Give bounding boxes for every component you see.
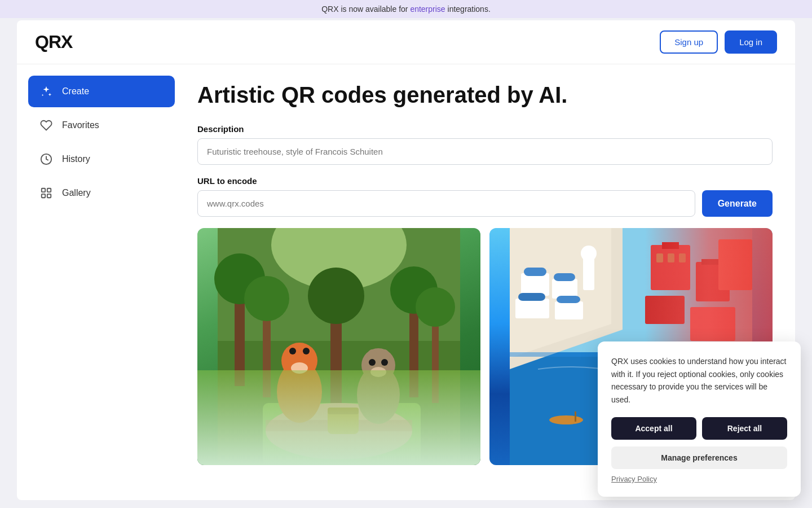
login-button[interactable]: Log in — [725, 30, 777, 54]
privacy-policy-link[interactable]: Privacy Policy — [611, 475, 787, 483]
svg-point-26 — [289, 348, 296, 354]
sidebar: Create Favorites History — [28, 76, 175, 489]
svg-point-29 — [357, 365, 400, 424]
svg-rect-40 — [552, 279, 577, 299]
banner-text-suffix: integrations. — [445, 5, 491, 14]
sidebar-item-history[interactable]: History — [28, 143, 175, 175]
svg-point-17 — [308, 268, 364, 324]
svg-point-22 — [277, 361, 322, 423]
sidebar-item-create[interactable]: Create — [28, 76, 175, 107]
generate-button[interactable]: Generate — [702, 190, 773, 217]
url-label: URL to encode — [197, 176, 773, 186]
manage-preferences-button[interactable]: Manage preferences — [611, 446, 787, 469]
header-buttons: Sign up Log in — [660, 30, 777, 54]
cookie-buttons-row: Accept all Reject all — [611, 417, 787, 440]
svg-rect-39 — [524, 268, 546, 276]
svg-rect-42 — [515, 299, 549, 318]
svg-rect-38 — [521, 273, 549, 296]
fox-picnic-svg — [197, 228, 480, 465]
svg-rect-43 — [518, 293, 545, 301]
cookie-banner: QRX uses cookies to understand how you i… — [598, 341, 801, 497]
svg-rect-49 — [662, 242, 679, 249]
svg-rect-51 — [701, 259, 724, 265]
svg-point-27 — [303, 348, 310, 354]
svg-rect-53 — [645, 296, 685, 324]
banner-text-prefix: QRX is now available for — [321, 5, 410, 14]
svg-rect-41 — [554, 273, 575, 281]
svg-point-23 — [281, 343, 317, 379]
svg-point-47 — [581, 246, 597, 261]
sidebar-gallery-label: Gallery — [62, 188, 91, 198]
description-input[interactable] — [197, 138, 773, 165]
top-banner: QRX is now available for enterprise inte… — [0, 0, 812, 18]
sidebar-favorites-label: Favorites — [62, 120, 99, 130]
fox-picnic-image — [197, 228, 480, 465]
page-title: Artistic QR codes generated by AI. — [197, 81, 773, 108]
svg-point-14 — [244, 276, 289, 321]
sidebar-item-favorites[interactable]: Favorites — [28, 110, 175, 141]
svg-rect-55 — [656, 253, 663, 262]
svg-point-35 — [370, 367, 386, 377]
svg-rect-2 — [47, 189, 51, 192]
description-label: Description — [197, 124, 773, 134]
svg-point-33 — [369, 359, 376, 366]
cookie-text: QRX uses cookies to understand how you i… — [611, 355, 787, 406]
logo: QRX — [35, 32, 72, 52]
svg-rect-1 — [42, 189, 45, 192]
svg-rect-18 — [263, 403, 421, 465]
svg-rect-20 — [328, 409, 359, 434]
svg-rect-50 — [696, 262, 730, 301]
sidebar-history-label: History — [62, 154, 90, 164]
svg-rect-57 — [679, 253, 686, 262]
url-row: Generate — [197, 190, 773, 217]
accept-all-button[interactable]: Accept all — [611, 417, 696, 440]
svg-rect-54 — [718, 239, 752, 290]
heart-icon — [38, 117, 54, 133]
reject-all-button[interactable]: Reject all — [702, 417, 787, 440]
svg-point-19 — [266, 403, 412, 459]
url-input[interactable] — [197, 190, 695, 217]
signup-button[interactable]: Sign up — [660, 30, 718, 54]
svg-rect-59 — [575, 411, 576, 422]
svg-point-34 — [381, 359, 388, 366]
description-section: Description — [197, 124, 773, 165]
enterprise-link[interactable]: enterprise — [410, 5, 445, 14]
grid-icon — [38, 185, 54, 201]
svg-point-58 — [549, 415, 583, 424]
svg-point-16 — [416, 287, 455, 327]
svg-point-28 — [291, 362, 308, 374]
clock-icon — [38, 151, 54, 167]
svg-point-30 — [361, 348, 395, 382]
svg-rect-56 — [668, 253, 674, 262]
svg-rect-48 — [651, 245, 690, 290]
svg-rect-52 — [690, 307, 735, 341]
svg-rect-3 — [42, 194, 45, 198]
magic-wand-icon — [38, 84, 54, 99]
gallery-item-fox — [197, 228, 480, 465]
sidebar-item-gallery[interactable]: Gallery — [28, 177, 175, 209]
header: QRX Sign up Log in — [17, 20, 795, 64]
svg-rect-21 — [328, 408, 359, 414]
sidebar-create-label: Create — [62, 86, 89, 97]
svg-rect-44 — [555, 301, 583, 319]
url-section: URL to encode Generate — [197, 176, 773, 217]
svg-rect-45 — [557, 296, 580, 303]
svg-rect-4 — [47, 194, 51, 198]
